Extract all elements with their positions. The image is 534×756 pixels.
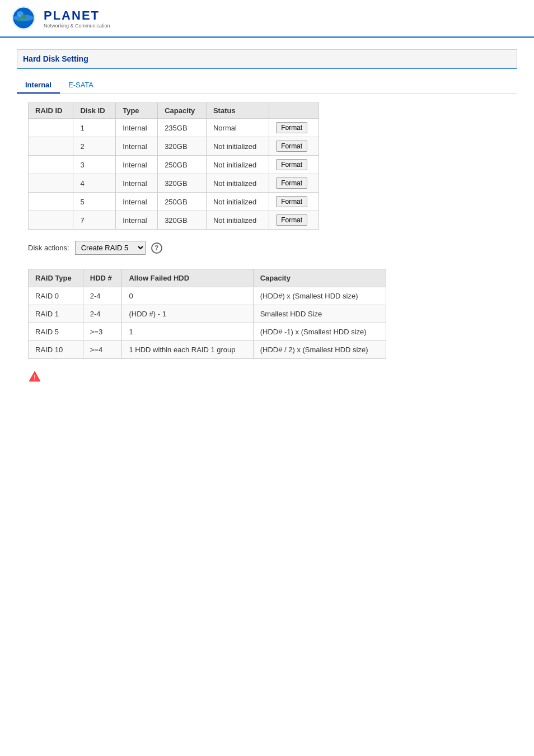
format-button[interactable]: Format [276,141,307,152]
raid-capacity: (HDD#) x (Smallest HDD size) [253,287,386,305]
help-icon[interactable]: ? [151,242,162,254]
col-type: Type [116,103,158,119]
tab-bar: Internal E-SATA [17,77,517,94]
logo-tagline: Networking & Communication [44,23,110,29]
disk-status: Not initialized [206,137,269,156]
disk-disk-id: 3 [73,156,116,174]
raid-allow-failed: 0 [122,287,253,305]
disk-status: Not initialized [206,211,269,230]
svg-text:!: ! [34,374,36,381]
raid-col-capacity: Capacity [253,269,386,287]
disk-status: Not initialized [206,193,269,211]
raid-col-hdd: HDD # [83,269,122,287]
disk-raid-id [29,119,73,137]
disk-type: Internal [116,137,158,156]
disk-disk-id: 5 [73,193,116,211]
raid-allow-failed: (HDD #) - 1 [122,305,253,323]
raid-hdd: 2-4 [83,305,122,323]
tab-esata[interactable]: E-SATA [60,77,102,94]
col-status: Status [206,103,269,119]
disk-table-row: 4 Internal 320GB Not initialized Format [29,174,319,193]
disk-raid-id [29,211,73,230]
disk-table-row: 5 Internal 250GB Not initialized Format [29,193,319,211]
raid-type: RAID 5 [29,323,83,341]
raid-capacity: (HDD# / 2) x (Smallest HDD size) [253,341,386,359]
disk-format-cell: Format [269,119,319,137]
svg-point-4 [21,15,26,19]
raid-hdd: >=4 [83,341,122,359]
disk-type: Internal [116,119,158,137]
raid-table-row: RAID 10 >=4 1 HDD within each RAID 1 gro… [29,341,386,359]
disk-format-cell: Format [269,211,319,230]
disk-raid-id [29,137,73,156]
raid-allow-failed: 1 [122,323,253,341]
raid-col-type: RAID Type [29,269,83,287]
disk-raid-id [29,156,73,174]
col-raid-id: RAID ID [29,103,73,119]
format-button[interactable]: Format [276,178,307,189]
raid-type: RAID 10 [29,341,83,359]
raid-hdd: 2-4 [83,287,122,305]
main-content: Hard Disk Setting Internal E-SATA RAID I… [0,38,534,398]
col-action [269,103,319,119]
disk-format-cell: Format [269,193,319,211]
col-disk-id: Disk ID [73,103,116,119]
raid-table-row: RAID 5 >=3 1 (HDD# -1) x (Smallest HDD s… [29,323,386,341]
disk-capacity: 250GB [158,193,207,211]
raid-col-allow-failed: Allow Failed HDD [122,269,253,287]
raid-table-header-row: RAID Type HDD # Allow Failed HDD Capacit… [29,269,386,287]
format-button[interactable]: Format [276,122,307,133]
disk-disk-id: 1 [73,119,116,137]
logo: PLANET Networking & Communication [11,6,110,31]
disk-raid-id [29,174,73,193]
disk-table: RAID ID Disk ID Type Capacity Status 1 I… [28,102,319,230]
raid-hdd: >=3 [83,323,122,341]
raid-info-table: RAID Type HDD # Allow Failed HDD Capacit… [28,269,386,359]
disk-capacity: 235GB [158,119,207,137]
disk-type: Internal [116,211,158,230]
raid-table-row: RAID 0 2-4 0 (HDD#) x (Smallest HDD size… [29,287,386,305]
warning-icon: ! [28,370,41,384]
disk-format-cell: Format [269,174,319,193]
format-button[interactable]: Format [276,159,307,170]
disk-disk-id: 7 [73,211,116,230]
disk-capacity: 250GB [158,156,207,174]
disk-type: Internal [116,193,158,211]
disk-table-row: 2 Internal 320GB Not initialized Format [29,137,319,156]
disk-capacity: 320GB [158,137,207,156]
disk-table-header-row: RAID ID Disk ID Type Capacity Status [29,103,319,119]
logo-brand: PLANET [44,8,110,23]
disk-raid-id [29,193,73,211]
disk-status: Normal [206,119,269,137]
disk-format-cell: Format [269,137,319,156]
disk-table-row: 3 Internal 250GB Not initialized Format [29,156,319,174]
format-button[interactable]: Format [276,214,307,226]
disk-type: Internal [116,174,158,193]
format-button[interactable]: Format [276,196,307,207]
disk-actions-select[interactable]: Create RAID 5Create RAID 0Create RAID 1C… [75,241,146,255]
svg-point-5 [17,19,21,22]
disk-status: Not initialized [206,174,269,193]
disk-table-row: 1 Internal 235GB Normal Format [29,119,319,137]
raid-table-row: RAID 1 2-4 (HDD #) - 1 Smallest HDD Size [29,305,386,323]
tab-internal[interactable]: Internal [17,77,60,94]
logo-text: PLANET Networking & Communication [44,8,110,29]
col-capacity: Capacity [158,103,207,119]
disk-table-row: 7 Internal 320GB Not initialized Format [29,211,319,230]
raid-type: RAID 1 [29,305,83,323]
raid-capacity: Smallest HDD Size [253,305,386,323]
disk-format-cell: Format [269,156,319,174]
disk-status: Not initialized [206,156,269,174]
planet-logo-icon [11,6,39,31]
disk-actions-row: Disk actions: Create RAID 5Create RAID 0… [28,241,506,255]
disk-disk-id: 4 [73,174,116,193]
warning-section: ! [28,370,506,384]
disk-type: Internal [116,156,158,174]
raid-capacity: (HDD# -1) x (Smallest HDD size) [253,323,386,341]
section-title: Hard Disk Setting [17,49,517,69]
disk-capacity: 320GB [158,211,207,230]
disk-capacity: 320GB [158,174,207,193]
raid-type: RAID 0 [29,287,83,305]
disk-actions-label: Disk actions: [28,244,69,252]
header: PLANET Networking & Communication [0,0,534,38]
